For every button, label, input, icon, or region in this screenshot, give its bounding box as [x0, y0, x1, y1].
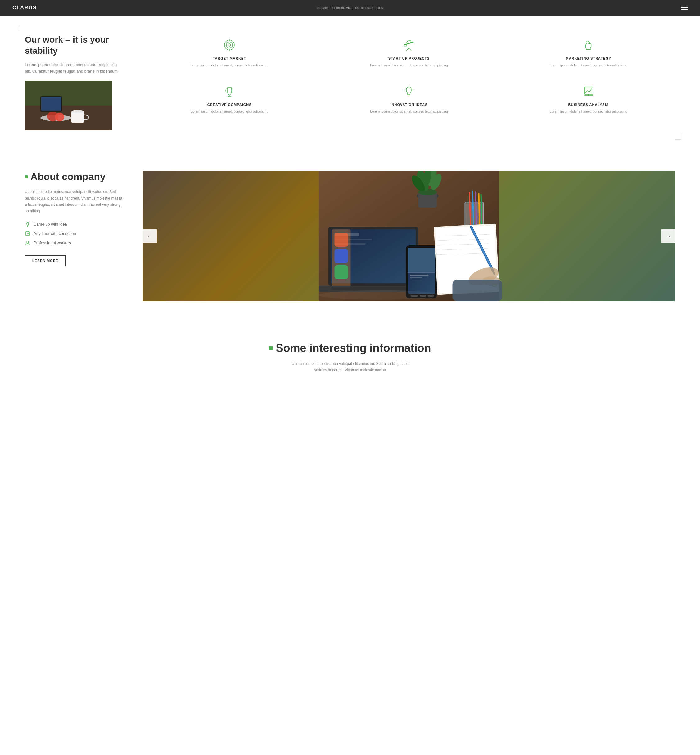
svg-rect-67: [334, 265, 348, 279]
about-description: Ut euismod odio metus, non volutpat elit…: [25, 189, 124, 214]
feature-title: INNOVATION IDEAS: [325, 103, 492, 106]
svg-point-11: [228, 44, 231, 46]
feature-time-label: Any time with conection: [34, 231, 76, 236]
feature-workers: Professional workers: [25, 240, 124, 246]
lightbulb-icon: [401, 83, 417, 99]
feature-idea: Came up with idea: [25, 222, 124, 227]
feature-desc: Lorem ipsum dolor sit amet, consec tetur…: [505, 63, 672, 68]
work-image: [25, 81, 112, 130]
telescope-icon: [401, 37, 417, 53]
svg-line-17: [406, 48, 409, 51]
svg-line-31: [406, 87, 406, 88]
nav-menu-icon[interactable]: [681, 6, 688, 10]
svg-point-9: [225, 40, 234, 50]
nav-logo: CLARUS: [12, 5, 37, 11]
svg-line-57: [479, 193, 480, 225]
svg-line-32: [412, 87, 412, 88]
feature-business: BUSINESS ANALYSIS Lorem ipsum dolor sit …: [502, 80, 675, 117]
about-heading: About company: [25, 171, 124, 183]
chess-horse-icon: [581, 37, 596, 53]
svg-rect-74: [410, 275, 429, 276]
svg-rect-93: [453, 279, 502, 301]
feature-desc: Lorem ipsum dolor sit amet, consec tetur…: [146, 63, 313, 68]
svg-point-23: [589, 43, 590, 44]
svg-point-10: [226, 42, 233, 48]
feature-desc: Lorem ipsum dolor sit amet, consec tetur…: [325, 63, 492, 68]
feature-title: CREATIVE COMPAIGNS: [146, 103, 313, 106]
svg-rect-66: [334, 249, 348, 263]
feature-startup: START UP PROJECTS Lorem ipsum dolor sit …: [322, 34, 495, 71]
work-section-left: Our work – it is your stability Lorem ip…: [25, 34, 124, 130]
navbar: CLARUS Sodales hendrerit. Vivamus molest…: [0, 0, 700, 16]
about-features-list: Came up with idea Any time with conectio…: [25, 222, 124, 246]
clock-icon: [25, 231, 30, 237]
feature-desc: Lorem ipsum dolor sit amet, consec tetur…: [325, 109, 492, 114]
info-description: Ut euismod odio metus, non volutpat elit…: [288, 361, 412, 373]
svg-line-58: [481, 194, 482, 225]
svg-point-4: [55, 113, 64, 121]
trophy-icon: [222, 83, 237, 99]
svg-rect-1: [25, 81, 112, 106]
feature-desc: Lorem ipsum dolor sit amet, consec tetur…: [505, 109, 672, 114]
feature-title: MARKETING STRATEGY: [505, 56, 672, 60]
svg-point-42: [27, 241, 28, 243]
feature-idea-label: Came up with idea: [34, 222, 67, 226]
feature-title: TARGET MARKET: [146, 56, 313, 60]
feature-innovation: INNOVATION IDEAS Lorem ipsum dolor sit a…: [322, 80, 495, 117]
work-heading: Our work – it is your stability: [25, 34, 124, 57]
info-section: Some interesting information Ut euismod …: [0, 323, 700, 391]
svg-line-18: [409, 48, 411, 51]
idea-icon: [25, 222, 30, 227]
svg-point-94: [319, 290, 443, 300]
feature-time: Any time with conection: [25, 231, 124, 237]
svg-rect-5: [71, 112, 84, 123]
svg-rect-33: [584, 87, 593, 94]
feature-workers-label: Professional workers: [34, 240, 71, 245]
feature-creative: CREATIVE COMPAIGNS Lorem ipsum dolor sit…: [143, 80, 316, 117]
learn-more-button[interactable]: LEARN MORE: [25, 255, 66, 266]
svg-rect-8: [41, 97, 61, 111]
chart-icon: [581, 83, 596, 99]
svg-rect-69: [331, 287, 419, 290]
features-grid: TARGET MARKET Lorem ipsum dolor sit amet…: [143, 34, 675, 117]
about-left: About company Ut euismod odio metus, non…: [25, 171, 124, 266]
feature-desc: Lorem ipsum dolor sit amet, consec tetur…: [146, 109, 313, 114]
nav-subtitle: Sodales hendrerit. Vivamus molestie metu…: [317, 6, 383, 9]
svg-point-6: [71, 110, 84, 113]
feature-title: BUSINESS ANALYSIS: [505, 103, 672, 106]
info-heading: Some interesting information: [25, 342, 675, 355]
feature-target-market: TARGET MARKET Lorem ipsum dolor sit amet…: [143, 34, 316, 71]
arrow-left-button[interactable]: ←: [143, 229, 157, 243]
svg-rect-65: [334, 233, 348, 247]
user-icon: [25, 240, 30, 246]
about-image: ← →: [143, 171, 675, 301]
title-accent-info: [269, 346, 273, 350]
arrow-right-button[interactable]: →: [661, 229, 675, 243]
svg-line-56: [476, 192, 477, 225]
svg-rect-75: [410, 277, 422, 278]
svg-rect-72: [408, 248, 435, 273]
work-section: Our work – it is your stability Lorem ip…: [0, 16, 700, 149]
title-accent: [25, 175, 28, 178]
work-description: Lorem ipsum dolor sit amet, consec tetur…: [25, 62, 124, 75]
feature-title: START UP PROJECTS: [325, 56, 492, 60]
feature-marketing: MARKETING STRATEGY Lorem ipsum dolor sit…: [502, 34, 675, 71]
target-icon: [222, 37, 237, 53]
about-section: About company Ut euismod odio metus, non…: [0, 149, 700, 323]
